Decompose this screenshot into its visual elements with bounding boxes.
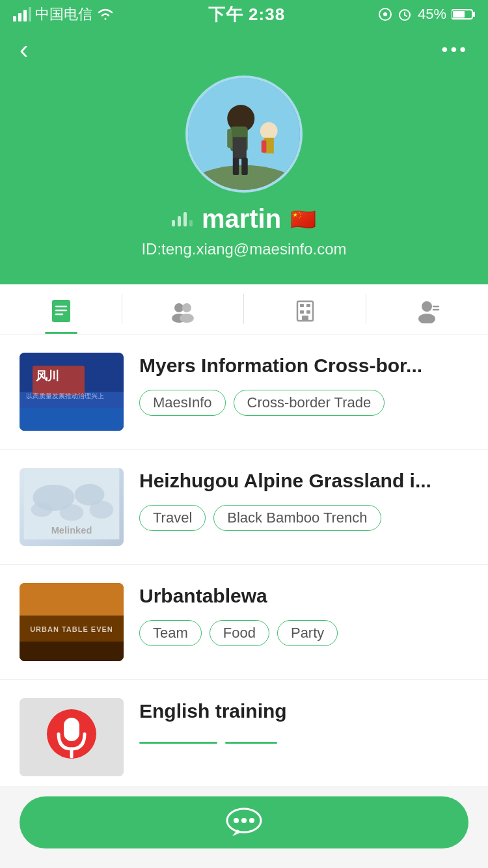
svg-point-20 [260,122,278,140]
battery-percent: 45% [418,6,446,23]
tab-bar [0,284,488,334]
svg-rect-18 [233,157,239,175]
carrier-name: 中国电信 [35,5,92,24]
item-1-info: Myers Information Cross-bor... MaesInfo … [139,353,468,416]
status-right: 45% [379,6,475,23]
tab-contacts[interactable] [122,284,245,334]
more-button[interactable]: ••• [442,39,468,60]
user-id: ID:teng.xiang@maesinfo.com [141,240,346,258]
item-3-info: Urbantablewa Team Food Party [139,583,468,646]
english-image [20,698,124,776]
signal-icon [13,7,31,21]
item-4-title: English training [139,698,468,724]
svg-rect-33 [306,304,310,307]
item-3-thumbnail: URBAN TABLE EVEN [20,583,124,661]
svg-point-30 [180,314,194,323]
tab-posts[interactable] [0,284,122,334]
tag-crossborder: Cross-border Trade [234,390,385,416]
map-image: Melinked [20,468,124,539]
username: martin [202,204,281,234]
item-2-thumbnail: Melinked [20,468,124,546]
tag-party: Party [277,620,338,646]
back-button[interactable]: ‹ [20,36,28,62]
urban-image: URBAN TABLE EVEN [20,583,124,661]
svg-text:Melinked: Melinked [51,525,92,536]
item-2-tags: Travel Black Bamboo Trench [139,505,468,531]
tab-profile[interactable] [366,284,489,334]
svg-rect-22 [262,141,267,153]
svg-rect-60 [64,718,79,741]
svg-rect-36 [302,316,308,321]
profile-icon [414,297,440,323]
wechat-status-icon [172,212,193,226]
svg-text:URBAN TABLE EVEN: URBAN TABLE EVEN [30,625,113,633]
item-1-thumbnail: 风川 以高质量发展推动治理兴上 [20,353,124,431]
avatar [185,75,303,193]
svg-rect-1 [18,13,21,21]
svg-rect-16 [227,129,232,148]
list-item[interactable]: URBAN TABLE EVEN Urbantablewa Team Food … [0,565,488,680]
tag-black-bamboo: Black Bamboo Trench [213,505,381,531]
bottom-bar [0,786,488,868]
svg-rect-32 [300,304,304,307]
company-icon [292,297,318,323]
svg-text:风川: 风川 [35,370,59,383]
item-2-info: Heizhugou Alpine Grassland i... Travel B… [139,468,468,531]
chat-button[interactable] [20,796,468,848]
svg-point-52 [90,500,114,519]
expo-image: 风川 以高质量发展推动治理兴上 [20,353,124,431]
tab-company[interactable] [244,284,366,334]
item-2-title: Heizhugou Alpine Grassland i... [139,468,468,493]
svg-point-65 [249,818,254,823]
tag-food: Food [210,620,269,646]
avatar-image [188,78,300,190]
svg-point-27 [174,303,183,312]
item-3-title: Urbantablewa [139,583,468,608]
svg-rect-35 [306,310,310,314]
list-item[interactable]: English training [0,680,488,795]
tag-maesinfo: MaesInfo [139,390,226,416]
svg-point-64 [241,818,247,823]
list-item[interactable]: Melinked Heizhugou Alpine Grassland i...… [0,450,488,565]
svg-rect-34 [300,310,304,314]
profile-header: ‹ ••• [0,29,488,284]
item-4-tags [139,735,468,744]
battery-icon [452,8,475,20]
svg-rect-56 [20,642,124,661]
header-nav: ‹ ••• [20,36,468,62]
status-time: 下午 2:38 [208,3,285,26]
svg-rect-0 [13,16,16,21]
svg-point-37 [422,301,432,312]
wifi-icon [96,7,115,21]
alarm-icon [397,7,413,21]
tag-travel: Travel [139,505,206,531]
profile-name-row: martin 🇨🇳 [172,204,316,234]
svg-point-38 [418,314,435,323]
svg-rect-10 [473,12,475,17]
tag-team: Team [139,620,202,646]
svg-rect-17 [233,137,247,159]
list-item[interactable]: 风川 以高质量发展推动治理兴上 Myers Information Cross-… [0,334,488,450]
svg-point-63 [234,818,239,823]
item-1-title: Myers Information Cross-bor... [139,353,468,378]
item-1-tags: MaesInfo Cross-border Trade [139,390,468,416]
document-icon [48,297,74,323]
svg-rect-2 [23,10,27,21]
svg-rect-46 [20,408,124,431]
item-4-info: English training [139,698,468,744]
status-left: 中国电信 [13,5,115,24]
svg-point-28 [182,303,191,312]
svg-rect-11 [453,11,465,18]
svg-point-51 [31,502,53,517]
status-bar: 中国电信 下午 2:38 45% [0,0,488,29]
svg-point-5 [383,12,387,16]
svg-rect-19 [241,157,248,175]
contacts-icon [170,297,196,323]
item-3-tags: Team Food Party [139,620,468,646]
country-flag: 🇨🇳 [290,207,316,232]
lock-icon [379,7,392,21]
svg-point-50 [60,504,84,521]
svg-rect-3 [29,7,31,21]
svg-line-8 [405,15,407,16]
svg-text:以高质量发展推动治理兴上: 以高质量发展推动治理兴上 [26,392,104,400]
